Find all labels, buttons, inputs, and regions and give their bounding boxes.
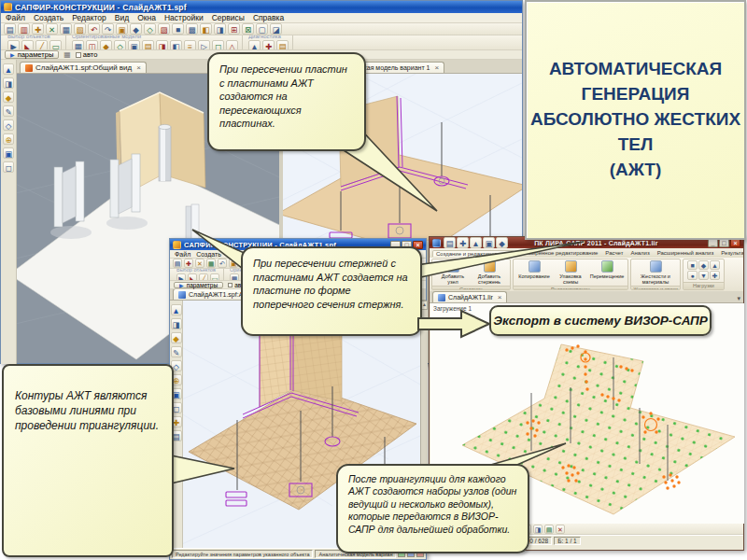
toolbar-icon[interactable]: ▤ — [4, 23, 16, 35]
load-icon[interactable]: ▼ — [698, 271, 709, 280]
menu-item[interactable]: Вид — [115, 13, 129, 22]
menu-item[interactable]: Окна — [137, 13, 156, 22]
toolbar-icon[interactable]: ◪ — [270, 23, 282, 35]
tool-icon[interactable]: ◆ — [171, 332, 182, 343]
tool-icon[interactable]: ◇ — [3, 119, 14, 131]
toolbar-icon[interactable]: ↷ — [102, 23, 114, 35]
ribbon-tab[interactable]: Расчет — [602, 250, 626, 256]
toolbar-icon[interactable]: ◨ — [533, 525, 543, 534]
load-icon[interactable]: ■ — [687, 260, 698, 270]
toolbar-group-models: Ориентированные модели ▦◫◆◇▣▤◨◧≡▷◻△ — [68, 35, 243, 50]
toolbar-icon[interactable]: ▩ — [186, 23, 198, 35]
tool-icon[interactable]: ✎ — [3, 105, 14, 117]
tool-icon[interactable]: ▣ — [3, 147, 14, 159]
grid-toggle-icon[interactable]: ▦ — [63, 50, 71, 59]
ribbon-tab[interactable]: Расширенный анализ — [655, 250, 717, 256]
title-line: АВТОМАТИЧЕСКАЯ — [549, 57, 722, 82]
toolbar-icon[interactable]: ◫ — [86, 40, 98, 50]
toolbar-icon[interactable]: ◻ — [212, 40, 224, 50]
export-arrow-icon — [418, 310, 491, 338]
toolbar-icon[interactable]: ◨ — [156, 40, 168, 50]
menu-item[interactable]: Справка — [253, 13, 284, 22]
ribbon-tab[interactable]: Результаты по конструиров. — [718, 250, 743, 256]
toolbar-icon[interactable]: ▧ — [74, 23, 86, 35]
app-icon-sapphire — [4, 3, 12, 11]
move-button[interactable]: Перемещение — [590, 260, 624, 279]
toolbar-icon[interactable]: ◨ — [214, 23, 226, 35]
toolbar-icon[interactable]: ▣ — [128, 40, 140, 50]
load-icon[interactable]: ✚ — [710, 271, 720, 280]
tool-icon[interactable]: ◨ — [3, 77, 14, 89]
toolbar-icon[interactable]: ↶ — [88, 23, 100, 35]
toolbar-icon[interactable]: ≡ — [184, 40, 196, 50]
callout-bars: При пересечении стержней с пластинами АЖ… — [241, 246, 422, 336]
toolbar-icon[interactable]: △ — [226, 40, 238, 50]
toolbar-icon[interactable]: ◇ — [114, 40, 126, 50]
ribbon-group-stiffness: Жесткости и материалы Жесткости и связи — [630, 259, 681, 290]
callout-tail — [163, 439, 243, 495]
callout-tail — [411, 235, 593, 287]
left-tool-rail: ▲◨◆✎◇⊕▣◻ — [1, 60, 17, 364]
menu-item[interactable]: Настройки — [164, 13, 204, 22]
menubar-sapphire-main: ФайлСоздатьРедакторВидОкнаНастройкиСерви… — [1, 13, 522, 23]
stiffness-materials-button[interactable]: Жесткости и материалы — [635, 260, 676, 285]
tab-lir-document[interactable]: СлайдАЖТ1.lir × — [432, 291, 507, 302]
callout-plates: При пересечении пластин с пластинами АЖТ… — [207, 52, 366, 151]
toolbar-icon[interactable]: ⊞ — [228, 23, 240, 35]
toolbar-groups-row: Выбор объектов ▶◣╱▭ Ориентированные моде… — [1, 35, 522, 50]
toolbar-icon[interactable]: ╱ — [35, 40, 48, 50]
toolbar-icon[interactable]: ■ — [172, 23, 184, 35]
toolbar-icon[interactable]: ▢ — [256, 23, 268, 35]
toolbar-icon[interactable]: ✚ — [32, 23, 44, 35]
ribbon-tab[interactable]: Анализ — [627, 250, 652, 256]
toolbar-icon[interactable]: ▦ — [60, 23, 72, 35]
toolbar-icon[interactable]: ▦ — [72, 40, 84, 50]
toolbar-icon[interactable]: ⊠ — [242, 23, 254, 35]
toolbar-icon[interactable]: ◇ — [144, 23, 156, 35]
load-icon[interactable]: ▲ — [710, 260, 720, 270]
auto-checkbox[interactable]: авто — [76, 50, 98, 59]
title-line: АБСОЛЮТНО ЖЕСТКИХ — [530, 107, 740, 133]
menu-item[interactable]: Редактор — [72, 13, 106, 22]
document-icon — [178, 291, 186, 299]
menu-item[interactable]: Сервисы — [212, 13, 245, 22]
toolbar-icon[interactable]: ✕ — [46, 23, 58, 35]
menu-item[interactable]: Создать — [34, 13, 63, 22]
toolbar-icon[interactable]: ◆ — [130, 23, 142, 35]
toolbar-icon[interactable]: ▶ — [7, 40, 20, 50]
toolbar-icon[interactable]: ▲ — [248, 40, 261, 50]
toolbar-icon[interactable]: ▭ — [49, 40, 62, 50]
close-icon[interactable]: × — [136, 63, 141, 72]
chevron-down-icon[interactable]: ▾ — [737, 295, 740, 302]
toolbar-icon[interactable]: ◆ — [100, 40, 112, 50]
menu-item[interactable]: Файл — [6, 13, 25, 22]
toolbar-icon[interactable]: ✚ — [262, 40, 275, 50]
tool-icon[interactable]: ◆ — [3, 91, 14, 103]
tool-icon[interactable]: ◻ — [3, 161, 14, 173]
tool-icon[interactable]: ⊕ — [3, 133, 14, 145]
toolbar-icon[interactable]: ▤ — [544, 525, 554, 534]
toolbar-icon[interactable]: ◧ — [200, 23, 212, 35]
toolbar-icon[interactable]: ▷ — [198, 40, 210, 50]
toolbar-icon[interactable]: ▤ — [142, 40, 154, 50]
toolbar-icon[interactable]: ◣ — [21, 40, 34, 50]
load-icon[interactable]: ◆ — [698, 260, 709, 270]
close-icon[interactable]: × — [434, 63, 439, 72]
toolbar-icon[interactable]: ◧ — [170, 40, 182, 50]
close-icon[interactable]: × — [498, 293, 502, 301]
parameters-button[interactable]: ▶параметры — [5, 50, 59, 59]
toolbar-icon[interactable]: ▥ — [18, 23, 30, 35]
toolbar-icon[interactable]: ▤ — [276, 40, 289, 50]
titlebar-sapphire-main[interactable]: САПФИР-КОНСТРУКЦИИ - СлайдАЖТ1.spf — [1, 1, 522, 13]
tool-icon[interactable]: ▲ — [171, 304, 182, 315]
toolbar-icon[interactable]: ▨ — [158, 23, 170, 35]
load-icon[interactable]: ● — [687, 271, 698, 280]
title-line: ГЕНЕРАЦИЯ — [582, 82, 690, 107]
tool-icon[interactable]: ▲ — [3, 63, 14, 75]
toolbar-icon[interactable]: ✕ — [556, 525, 565, 534]
tab-general-view[interactable]: СлайдАЖТ1.spf:Общий вид × — [20, 62, 147, 73]
tool-icon[interactable]: ✎ — [171, 346, 182, 357]
tool-icon[interactable]: ◨ — [171, 318, 182, 329]
toolbar-icon[interactable]: ▣ — [116, 23, 128, 35]
loads-icon-grid: ■◆▲●▼✚ — [687, 260, 720, 280]
